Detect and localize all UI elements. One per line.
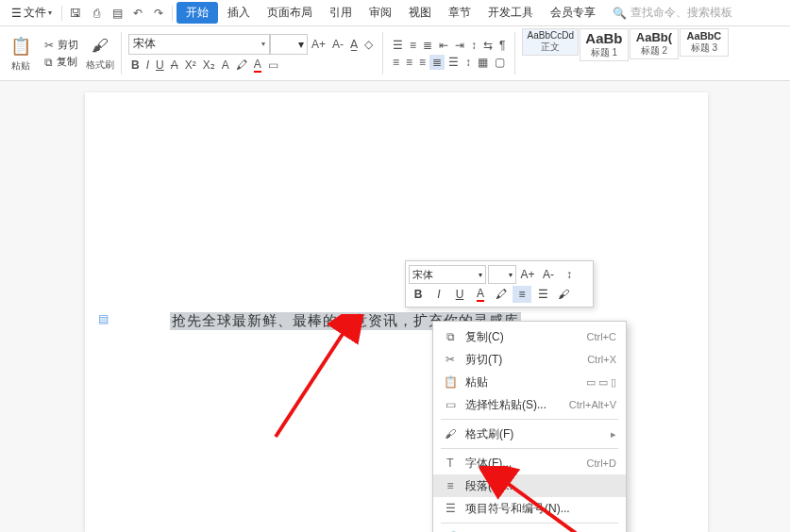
tab-insert[interactable]: 插入	[220, 1, 258, 25]
multilevel-icon[interactable]: ≣	[420, 38, 435, 53]
ctx-paste-special[interactable]: ▭ 选择性粘贴(S)... Ctrl+Alt+V	[433, 393, 626, 416]
style-h3[interactable]: AaBbC 标题 3	[680, 28, 729, 57]
file-menu[interactable]: ☰ 文件 ▾	[6, 3, 58, 23]
ctx-paragraph[interactable]: ≡ 段落(P)...	[433, 474, 626, 497]
mini-size-select[interactable]: ▾	[488, 265, 516, 284]
shrink-font-icon[interactable]: A-	[539, 266, 558, 283]
text-effect-icon[interactable]: A	[219, 58, 232, 73]
ctx-paste[interactable]: 📋 粘贴 ▭ ▭ ▯	[433, 371, 626, 393]
strike-icon[interactable]: A	[168, 58, 181, 73]
style-label: 正文	[527, 41, 573, 54]
font-size-select[interactable]: ▾	[270, 34, 308, 55]
paste-special-icon: ▭	[443, 398, 458, 411]
underline-icon[interactable]: U	[450, 286, 469, 303]
font-color-icon[interactable]: A	[251, 57, 264, 74]
copy-icon: ⧉	[443, 330, 458, 343]
tab-layout[interactable]: 页面布局	[260, 1, 320, 25]
align-center-icon[interactable]: ≡	[403, 55, 415, 70]
style-sample: AaBb	[584, 30, 624, 46]
format-painter-icon[interactable]: 🖌	[86, 35, 114, 57]
show-marks-icon[interactable]: ¶	[496, 38, 508, 53]
separator	[61, 6, 62, 21]
italic-icon[interactable]: I	[143, 58, 152, 73]
highlight-icon[interactable]: 🖍	[492, 286, 511, 303]
cut-label: 剪切	[58, 38, 78, 52]
ribbon: 📋 粘贴 ✂剪切 ⧉复制 🖌 格式刷 宋体▾ ▾ A+ A- A̲ ◇ B I …	[0, 26, 790, 81]
styles-group: AaBbCcDd 正文 AaBb 标题 1 AaBb( 标题 2 AaBbC 标…	[518, 28, 731, 78]
highlight-icon[interactable]: 🖍	[233, 58, 250, 73]
style-h1[interactable]: AaBb 标题 1	[580, 28, 629, 61]
numbering-icon[interactable]: ≡	[407, 38, 419, 53]
save-icon[interactable]: 🖫	[66, 4, 85, 23]
ctx-cut[interactable]: ✂ 剪切(T) Ctrl+X	[433, 348, 626, 371]
underline-icon[interactable]: U	[153, 58, 167, 73]
ctx-label: 选择性粘贴(S)...	[465, 397, 562, 413]
shortcut: Ctrl+D	[587, 457, 616, 469]
print-preview-icon[interactable]: ▤	[108, 4, 126, 23]
ctx-bullets[interactable]: ☰ 项目符号和编号(N)...	[433, 497, 626, 520]
align-right-icon[interactable]: ≡	[416, 55, 429, 70]
ctx-format-painter[interactable]: 🖌 格式刷(F) ▸	[433, 423, 626, 445]
font-color-icon[interactable]: A	[471, 286, 490, 303]
search-placeholder[interactable]: 查找命令、搜索模板	[630, 5, 732, 21]
separator	[121, 32, 122, 75]
tab-member[interactable]: 会员专享	[543, 1, 603, 25]
font-group: 宋体▾ ▾ A+ A- A̲ ◇ B I U A X² X₂ A 🖍 A ▭	[125, 28, 379, 78]
separator	[514, 32, 515, 75]
bullets-icon[interactable]: ☰	[533, 286, 552, 303]
redo-icon[interactable]: ↷	[149, 4, 168, 23]
border-icon[interactable]: ▢	[492, 55, 508, 70]
separator	[441, 448, 618, 449]
print-icon[interactable]: ⎙	[87, 4, 106, 23]
line-spacing-icon[interactable]: ↕	[560, 266, 579, 283]
style-label: 标题 2	[634, 44, 674, 58]
style-label: 标题 3	[684, 42, 724, 55]
tab-dev[interactable]: 开发工具	[480, 1, 541, 25]
clear-format-icon[interactable]: ◇	[361, 37, 376, 52]
line-spacing-icon[interactable]: ↕	[462, 55, 474, 70]
sort-icon[interactable]: ↕	[468, 38, 479, 53]
style-normal[interactable]: AaBbCcDd 正文	[522, 28, 578, 56]
tab-chapter[interactable]: 章节	[441, 1, 479, 25]
superscript-icon[interactable]: X²	[182, 58, 199, 73]
grow-font-icon[interactable]: A+	[309, 37, 328, 52]
indent-icon[interactable]: ⇥	[452, 38, 467, 53]
tab-view[interactable]: 视图	[401, 1, 439, 25]
format-painter-icon: 🖌	[443, 427, 458, 441]
paste-button[interactable]: 📋	[8, 35, 34, 58]
search-icon[interactable]: 🔍	[613, 7, 627, 20]
change-case-icon[interactable]: A̲	[347, 37, 361, 52]
subscript-icon[interactable]: X₂	[200, 58, 218, 73]
shrink-font-icon[interactable]: A-	[329, 37, 346, 52]
tab-review[interactable]: 审阅	[361, 1, 399, 25]
distribute-icon[interactable]: ☰	[445, 55, 462, 70]
format-painter-icon[interactable]: 🖌	[554, 286, 573, 303]
undo-icon[interactable]: ↶	[128, 4, 147, 23]
cut-icon[interactable]: ✂	[42, 38, 57, 53]
char-border-icon[interactable]: ▭	[265, 58, 281, 73]
italic-icon[interactable]: I	[429, 286, 448, 303]
font-family-select[interactable]: 宋体▾	[128, 34, 270, 55]
align-left-icon[interactable]: ≡	[390, 55, 402, 70]
style-h2[interactable]: AaBb( 标题 2	[630, 28, 679, 59]
grow-font-icon[interactable]: A+	[518, 266, 537, 283]
align-justify-icon[interactable]: ≣	[429, 55, 445, 70]
tab-icon[interactable]: ⇆	[480, 38, 496, 53]
shading-icon[interactable]: ▦	[475, 55, 491, 70]
tab-start[interactable]: 开始	[176, 2, 218, 24]
tab-ref[interactable]: 引用	[322, 1, 360, 25]
bold-icon[interactable]: B	[409, 286, 428, 303]
align-icon[interactable]: ≡	[513, 286, 531, 303]
style-sample: AaBbCcDd	[527, 30, 573, 41]
outdent-icon[interactable]: ⇤	[436, 38, 451, 53]
ctx-copy[interactable]: ⧉ 复制(C) Ctrl+C	[433, 325, 626, 348]
mini-font-select[interactable]: 宋体▾	[409, 265, 486, 284]
ctx-hyperlink[interactable]: 🔗 超链接(H)... Ctrl+K	[433, 526, 626, 532]
bullets-icon[interactable]: ☰	[390, 38, 406, 53]
document-icon: ▤	[98, 312, 109, 325]
ctx-font[interactable]: T 字体(F)... Ctrl+D	[433, 452, 626, 474]
copy-icon[interactable]: ⧉	[42, 55, 56, 70]
chevron-down-icon: ▾	[261, 40, 265, 48]
bold-icon[interactable]: B	[128, 58, 143, 73]
chevron-down-icon: ▾	[509, 271, 513, 279]
